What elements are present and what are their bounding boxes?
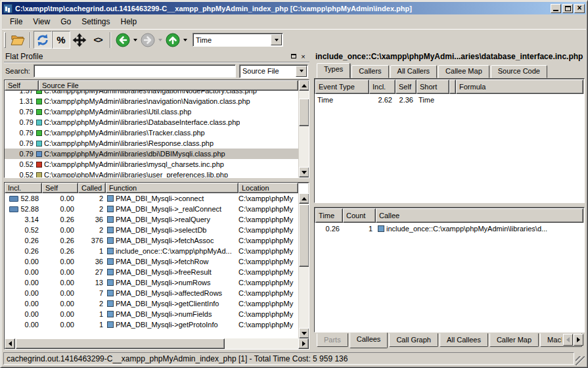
column-header-called[interactable]: Called bbox=[78, 183, 106, 193]
tab[interactable]: Parts bbox=[317, 333, 348, 347]
function-row[interactable]: 0.00 0.00 1 PMA_DBI_Mysqli->getProtoInfo… bbox=[5, 319, 298, 330]
scroll-down-button[interactable] bbox=[299, 167, 309, 177]
menu-item[interactable]: File bbox=[5, 16, 28, 28]
column-header-location[interactable]: Location bbox=[238, 183, 298, 193]
tab-scroll-left-button[interactable] bbox=[563, 334, 573, 346]
dock-float-button[interactable] bbox=[288, 52, 298, 61]
scrollbar-thumb[interactable] bbox=[299, 99, 309, 126]
column-header-event-type[interactable]: Event Type bbox=[315, 80, 369, 94]
close-button[interactable]: × bbox=[574, 4, 585, 13]
tab-scroll-right-button[interactable] bbox=[574, 334, 583, 346]
self-cost-value: 0.52 bbox=[5, 171, 36, 177]
source-file-row[interactable]: 1.57 C:\xampp\phpMyAdmin\libraries\navig… bbox=[5, 91, 298, 96]
column-header-self[interactable]: Self bbox=[5, 80, 39, 91]
column-header-short[interactable]: Short bbox=[417, 80, 449, 94]
scrollbar-thumb[interactable] bbox=[16, 338, 225, 349]
column-header-callee[interactable]: Callee bbox=[376, 208, 583, 223]
column-header-self[interactable]: Self bbox=[42, 183, 78, 193]
source-file-table-header: Self Source File bbox=[5, 80, 298, 91]
scroll-down-button[interactable] bbox=[299, 328, 309, 338]
source-file-row[interactable]: 0.52 C:\xampp\phpMyAdmin\libraries\user_… bbox=[5, 170, 298, 177]
expand-button[interactable]: <> bbox=[89, 31, 107, 49]
up-dropdown-button[interactable] bbox=[182, 31, 189, 49]
function-row[interactable]: 0.52 0.00 2 PMA_DBI_Mysqli->selectDb C:\… bbox=[5, 225, 298, 235]
function-row[interactable]: 0.00 0.00 13 PMA_DBI_Mysqli->numRows C:\… bbox=[5, 277, 298, 288]
tab[interactable]: Callers bbox=[351, 65, 388, 78]
column-header-source-file[interactable]: Source File bbox=[39, 80, 298, 91]
maximize-button[interactable] bbox=[562, 4, 573, 13]
menu-item[interactable]: View bbox=[28, 16, 55, 28]
tab[interactable]: All Callers bbox=[390, 65, 438, 78]
source-file-row[interactable]: 0.52 C:\xampp\phpMyAdmin\libraries\mysql… bbox=[5, 159, 298, 170]
callee-row[interactable]: 0.26 1 include_once::C:\xampp\phpMyAdmin… bbox=[315, 223, 584, 235]
vertical-scrollbar[interactable] bbox=[298, 193, 309, 338]
source-file-row[interactable]: 0.79 C:\xampp\phpMyAdmin\libraries\Util.… bbox=[5, 106, 298, 117]
column-header-formula[interactable]: Formula bbox=[456, 80, 583, 94]
source-file-row[interactable]: 0.79 C:\xampp\phpMyAdmin\libraries\Track… bbox=[5, 127, 298, 138]
menu-item[interactable]: Go bbox=[55, 16, 76, 28]
column-header-count[interactable]: Count bbox=[343, 208, 376, 223]
function-row[interactable]: 0.00 0.00 7 PMA_DBI_Mysqli->affectedRows… bbox=[5, 288, 298, 298]
function-row[interactable]: 0.26 0.26 376 PMA_DBI_Mysqli->fetchAssoc… bbox=[5, 235, 298, 246]
source-file-row[interactable]: 0.79 C:\xampp\phpMyAdmin\libraries\Datab… bbox=[5, 117, 298, 127]
source-file-row[interactable]: 0.79 C:\xampp\phpMyAdmin\libraries\Respo… bbox=[5, 138, 298, 149]
function-row[interactable]: 3.14 0.26 36 PMA_DBI_Mysqli->realQuery C… bbox=[5, 214, 298, 225]
column-header-function[interactable]: Function bbox=[106, 183, 238, 193]
tab[interactable]: Caller Map bbox=[489, 333, 539, 347]
back-dropdown-button[interactable] bbox=[132, 31, 139, 49]
column-header-self[interactable]: Self bbox=[396, 80, 417, 94]
function-row[interactable]: 0.00 0.00 2 PMA_DBI_Mysqli->getClientInf… bbox=[5, 298, 298, 309]
cycle-detection-button[interactable] bbox=[34, 31, 52, 49]
tab[interactable]: Call Graph bbox=[389, 333, 438, 347]
source-file-row[interactable]: 1.31 C:\xampp\phpMyAdmin\libraries\navig… bbox=[5, 96, 298, 106]
incl-cost-cell: 0.00 bbox=[5, 321, 42, 329]
dock-close-button[interactable]: × bbox=[298, 52, 308, 61]
source-file-row[interactable]: 0.79 C:\xampp\phpMyAdmin\libraries\dbi\D… bbox=[5, 149, 298, 159]
menu-item[interactable]: Settings bbox=[76, 16, 115, 28]
resize-grip[interactable] bbox=[576, 356, 585, 365]
open-file-button[interactable] bbox=[9, 31, 27, 49]
grouping-combo[interactable]: Source File bbox=[239, 64, 308, 78]
scroll-left-button[interactable] bbox=[5, 338, 15, 349]
up-button[interactable] bbox=[164, 31, 182, 49]
combo-dropdown-button[interactable] bbox=[296, 66, 307, 77]
dock-title-bar[interactable]: Flat Profile × bbox=[4, 51, 309, 62]
percent-toggle-button[interactable]: % bbox=[52, 31, 70, 49]
self-cost-value: 0.79 bbox=[5, 108, 36, 116]
function-row[interactable]: 52.88 0.00 2 PMA_DBI_Mysqli->_realConnec… bbox=[5, 204, 298, 214]
combo-dropdown-button[interactable] bbox=[271, 34, 282, 45]
tab[interactable]: Types bbox=[317, 63, 350, 78]
toolbar-handle[interactable] bbox=[4, 32, 6, 48]
scroll-right-button[interactable] bbox=[298, 338, 309, 349]
function-row[interactable]: 0.00 0.00 1 PMA_DBI_Mysqli->numFields C:… bbox=[5, 309, 298, 319]
tab[interactable]: Source Code bbox=[491, 65, 547, 78]
title-bar[interactable]: C:\xampp\tmp\cachegrind.out.1416463299-C… bbox=[2, 2, 586, 14]
column-header-incl[interactable]: Incl. bbox=[5, 183, 42, 193]
callee-cell: include_once::C:\xampp\phpMyAdmin\librar… bbox=[375, 225, 584, 233]
forward-dropdown-button[interactable] bbox=[157, 31, 164, 49]
move-button[interactable] bbox=[70, 31, 89, 49]
menu-item[interactable]: Help bbox=[116, 16, 143, 28]
column-header-incl[interactable]: Incl. bbox=[369, 80, 396, 94]
event-type-combo[interactable]: Time bbox=[192, 33, 283, 47]
tab[interactable]: Callees bbox=[350, 333, 388, 348]
tab[interactable]: All Callees bbox=[440, 333, 488, 347]
function-row[interactable]: 0.00 0.00 36 PMA_DBI_Mysqli->fetchRow C:… bbox=[5, 256, 298, 267]
column-header-blank[interactable] bbox=[449, 80, 456, 94]
scrollbar-thumb[interactable] bbox=[299, 204, 309, 267]
vertical-scrollbar[interactable] bbox=[298, 80, 309, 177]
function-row[interactable]: 0.26 0.26 1 include_once::C:\xampp\phpMy… bbox=[5, 246, 298, 256]
forward-button[interactable] bbox=[139, 31, 157, 49]
back-button[interactable] bbox=[114, 31, 132, 49]
minimize-button[interactable] bbox=[551, 4, 561, 13]
horizontal-scrollbar[interactable] bbox=[5, 338, 309, 349]
function-row[interactable]: 0.00 0.00 27 PMA_DBI_Mysqli->freeResult … bbox=[5, 267, 298, 277]
column-header-time[interactable]: Time bbox=[315, 208, 343, 223]
search-input[interactable] bbox=[34, 64, 236, 78]
scroll-up-button[interactable] bbox=[299, 80, 309, 91]
function-name: PMA_DBI_Mysqli->freeResult bbox=[116, 268, 212, 276]
event-type-row[interactable]: Time 2.62 2.36 Time bbox=[315, 94, 584, 106]
function-row[interactable]: 52.88 0.00 2 PMA_DBI_Mysqli->connect C:\… bbox=[5, 193, 298, 204]
tab[interactable]: Callee Map bbox=[438, 65, 489, 78]
scroll-up-button[interactable] bbox=[299, 193, 309, 204]
